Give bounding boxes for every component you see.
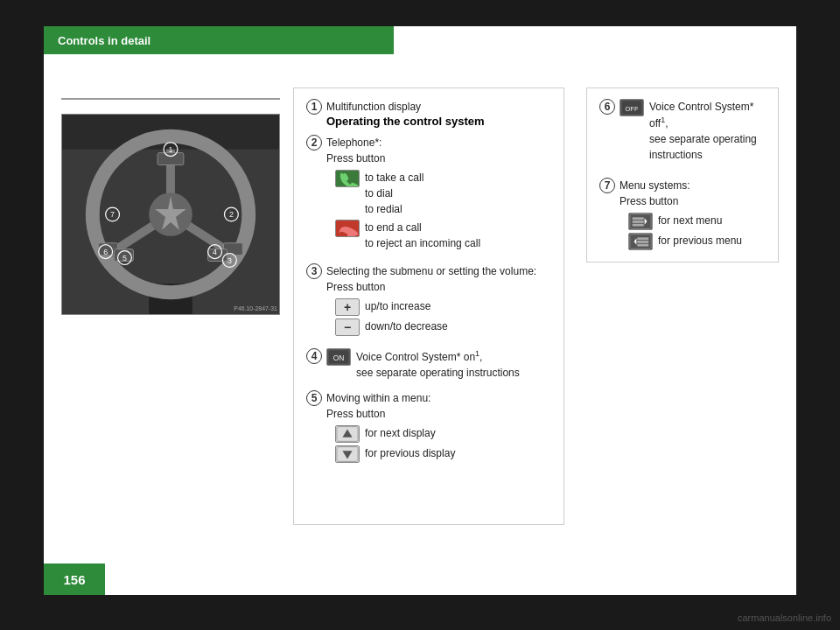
svg-text:1: 1 [169,145,173,154]
icon-row-nav-left: for previous menu [628,233,766,250]
section-2-label: Telephone*: [326,135,551,150]
left-instruction-box: 1 Multifunction display Operating the co… [293,88,564,525]
plus-icon: + [335,298,360,316]
mic-off-text: Voice Control System* off1,see separate … [649,99,766,163]
phone-red-text: to end a call to reject an incoming call [365,220,480,251]
svg-rect-44 [637,241,648,243]
page-content: Controls in detail [44,26,796,595]
arrow-up-icon [335,425,360,443]
svg-text:4: 4 [213,248,217,256]
icon-row-plus: + up/to increase [335,298,551,316]
nav-right-text: for next menu [658,213,722,228]
section-5: 5 Moving within a menu: Press button for… [306,390,551,468]
phone-green-text: to take a call to dial to redial [365,170,424,217]
right-instruction-box: 6 OFF Voice Control System* off1,see sep… [586,88,779,262]
svg-rect-13 [158,153,184,165]
section-1-number: 1 [306,99,322,115]
svg-text:P46.10-2847-31: P46.10-2847-31 [234,305,277,312]
nav-left-text: for previous menu [658,233,742,248]
svg-text:OFF: OFF [626,105,639,113]
section-3-number: 3 [306,263,322,279]
section-5-number: 5 [306,390,322,406]
minus-text: down/to decrease [365,318,448,334]
section-7: 7 Menu systems: Press button [599,178,766,256]
section-7-press: Press button [620,193,766,209]
arrow-down-text: for previous display [365,445,455,461]
section-2-number: 2 [306,135,322,150]
icon-row-arrow-down: for previous display [335,445,551,463]
icon-row-mic-off: OFF Voice Control System* off1,see separ… [620,99,766,163]
section-5-label: Moving within a menu: [326,390,551,406]
svg-text:2: 2 [229,210,234,219]
arrow-down-icon [335,445,360,463]
svg-text:3: 3 [228,256,232,265]
svg-rect-38 [633,217,644,220]
svg-text:7: 7 [110,210,115,219]
section-1-subtitle: Operating the control system [326,115,551,128]
minus-icon: − [335,318,360,336]
icon-row-minus: − down/to decrease [335,318,551,336]
svg-rect-12 [208,249,228,262]
mic-on-icon: ON [326,348,351,366]
section-1: 1 Multifunction display Operating the co… [306,99,551,128]
svg-rect-45 [637,244,648,247]
section-4: 4 ON Voice Control System* on1,see separ… [306,348,551,383]
svg-text:ON: ON [333,354,345,362]
section-2-press: Press button [326,150,551,166]
section-7-label: Menu systems: [620,178,766,193]
divider-line [61,98,280,100]
icon-row-arrow-up: for next display [335,425,551,443]
section-2: 2 Telephone*: Press button to take a cal… [306,135,551,256]
icon-row-nav-right: for next menu [628,213,766,230]
header-title: Controls in detail [58,34,150,47]
svg-text:5: 5 [122,254,127,262]
svg-rect-40 [633,224,644,227]
svg-rect-43 [637,237,648,240]
phone-green-icon [335,170,360,187]
section-3-press: Press button [326,279,551,295]
page-number: 156 [44,564,105,595]
header-bar: Controls in detail [44,26,394,54]
phone-red-icon [335,220,360,237]
icon-row-phone-green: to take a call to dial to redial [335,170,551,217]
section-1-title: Multifunction display [326,99,551,115]
mic-off-icon: OFF [620,99,644,116]
steering-wheel-image: 1 2 3 4 5 6 7 P46. [61,114,280,315]
section-7-number: 7 [599,178,615,193]
watermark: carmanualsonline.info [738,612,831,623]
icon-row-mic-on: ON Voice Control System* on1,see separat… [326,348,551,381]
section-4-number: 4 [306,348,322,364]
icon-row-phone-red: to end a call to reject an incoming call [335,220,551,251]
nav-left-icon [628,233,653,250]
section-3-label: Selecting the submenu or setting the vol… [326,263,551,279]
section-3: 3 Selecting the submenu or setting the v… [306,263,551,341]
nav-right-icon [628,213,653,230]
section-6-number: 6 [599,99,615,115]
section-6: 6 OFF Voice Control System* off1,see sep… [599,99,766,165]
svg-text:6: 6 [103,248,108,256]
svg-rect-39 [633,220,644,223]
arrow-up-text: for next display [365,425,436,441]
plus-text: up/to increase [365,298,430,314]
mic-on-text: Voice Control System* on1,see separate o… [356,348,520,381]
section-5-press: Press button [326,406,551,422]
